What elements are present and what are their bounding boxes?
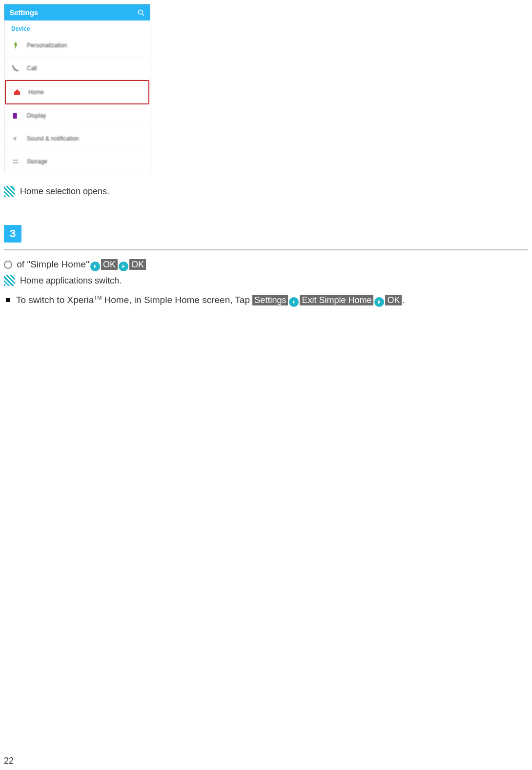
bullet-icon (6, 298, 10, 302)
svg-line-1 (142, 14, 144, 16)
home-icon (13, 88, 21, 97)
divider (4, 249, 528, 250)
list-item-label: Personalization (27, 42, 67, 49)
svg-rect-4 (13, 162, 19, 163)
section-label: Device (4, 20, 150, 34)
display-icon (11, 111, 20, 120)
sound-icon (11, 134, 20, 143)
arrow-icon (90, 262, 100, 271)
page-number: 22 (4, 756, 14, 766)
list-item-label: Display (27, 112, 46, 119)
arrow-icon (119, 262, 128, 271)
list-item-label: Storage (27, 158, 47, 165)
result-icon (4, 275, 15, 286)
arrow-icon (289, 297, 299, 307)
note-mid: Home, in Simple Home screen, Tap (102, 295, 252, 305)
result-home-selection: Home selection opens. (4, 186, 528, 197)
result-icon (4, 186, 15, 197)
result-text: Home applications switch. (20, 276, 122, 285)
result-text: Home selection opens. (20, 186, 109, 196)
settings-button-label: Settings (252, 295, 288, 305)
list-item: Call (4, 57, 150, 80)
step-3-text: of "Simple Home" (17, 259, 89, 269)
search-icon (137, 9, 145, 17)
list-item-label: Home (28, 89, 44, 96)
list-item: Storage (4, 150, 150, 173)
svg-rect-2 (13, 113, 17, 119)
trademark: TM (94, 295, 102, 301)
list-item-label: Sound & notification (27, 135, 79, 142)
step-3-instruction: of "Simple Home"OKOK (4, 259, 528, 271)
call-icon (11, 64, 20, 73)
list-item-label: Call (27, 65, 37, 72)
list-item: Personalization (4, 34, 150, 57)
step-number-3: 3 (4, 225, 21, 243)
note-prefix: To switch to Xperia (16, 295, 94, 305)
settings-screenshot: Settings Device Personalization Call (4, 4, 150, 173)
list-item: Sound & notification (4, 127, 150, 150)
arrow-icon (374, 297, 384, 307)
radio-icon (4, 261, 12, 269)
ok-button-label: OK (385, 295, 402, 305)
result-home-apps-switch: Home applications switch. (4, 275, 528, 286)
ok-button-label: OK (129, 259, 146, 270)
svg-point-0 (138, 10, 143, 14)
storage-icon (11, 157, 20, 166)
ok-button-label: OK (101, 259, 118, 270)
list-item-home-highlighted: Home (5, 80, 149, 104)
exit-simple-home-label: Exit Simple Home (300, 295, 373, 305)
svg-rect-3 (13, 160, 19, 161)
list-item: Display (4, 104, 150, 127)
switch-note: To switch to XperiaTM Home, in Simple Ho… (6, 295, 528, 307)
personalization-icon (11, 41, 20, 50)
settings-title: Settings (9, 8, 38, 17)
settings-header: Settings (4, 4, 150, 20)
note-suffix: . (402, 295, 404, 305)
